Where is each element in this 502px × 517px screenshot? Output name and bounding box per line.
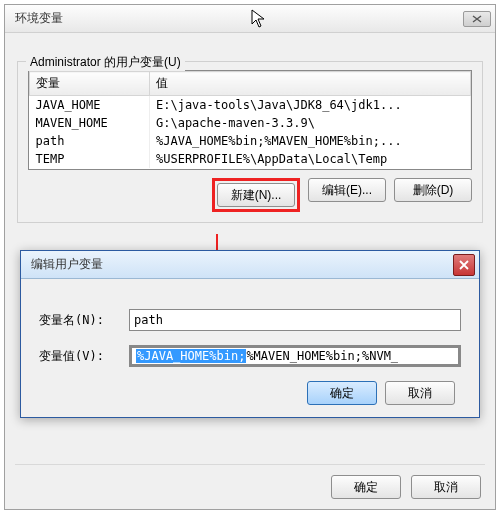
var-value-rest: %MAVEN_HOME%bin;%NVM_ (246, 349, 398, 363)
var-value-row: 变量值(V): %JAVA_HOME%bin;%MAVEN_HOME%bin;%… (39, 345, 461, 367)
table-row[interactable]: TEMP%USERPROFILE%\AppData\Local\Temp (30, 150, 471, 168)
main-title: 环境变量 (15, 10, 63, 27)
var-value-selected: %JAVA_HOME%bin; (136, 349, 246, 363)
col-header-var[interactable]: 变量 (30, 72, 150, 96)
close-x-icon (472, 15, 482, 23)
user-vars-group: Administrator 的用户变量(U) 变量 值 JAVA_HOMEE:\… (17, 61, 483, 223)
new-button[interactable]: 新建(N)... (217, 183, 295, 207)
edit-var-dialog: 编辑用户变量 变量名(N): path 变量值(V): %JAVA_HOME%b… (20, 250, 480, 418)
main-ok-button[interactable]: 确定 (331, 475, 401, 499)
main-cancel-button[interactable]: 取消 (411, 475, 481, 499)
edit-dialog-titlebar: 编辑用户变量 (21, 251, 479, 279)
table-row[interactable]: JAVA_HOMEE:\java-tools\Java\JDK8_64\jdk1… (30, 96, 471, 115)
highlight-new-button: 新建(N)... (212, 178, 300, 212)
edit-button[interactable]: 编辑(E)... (308, 178, 386, 202)
var-value-input[interactable]: %JAVA_HOME%bin;%MAVEN_HOME%bin;%NVM_ (129, 345, 461, 367)
user-vars-table[interactable]: 变量 值 JAVA_HOMEE:\java-tools\Java\JDK8_64… (28, 70, 472, 170)
table-row[interactable]: MAVEN_HOMEG:\apache-maven-3.3.9\ (30, 114, 471, 132)
edit-dialog-body: 变量名(N): path 变量值(V): %JAVA_HOME%bin;%MAV… (21, 279, 479, 417)
main-close-button[interactable] (463, 11, 491, 27)
delete-button[interactable]: 删除(D) (394, 178, 472, 202)
edit-dialog-title: 编辑用户变量 (31, 256, 103, 273)
var-name-row: 变量名(N): path (39, 309, 461, 331)
var-value-label: 变量值(V): (39, 348, 129, 365)
user-vars-group-title: Administrator 的用户变量(U) (26, 54, 185, 71)
close-x-icon (459, 260, 469, 270)
table-row[interactable]: path%JAVA_HOME%bin;%MAVEN_HOME%bin;... (30, 132, 471, 150)
edit-dialog-close-button[interactable] (453, 254, 475, 276)
var-name-input[interactable]: path (129, 309, 461, 331)
separator (15, 464, 485, 465)
main-titlebar: 环境变量 (5, 5, 495, 33)
col-header-val[interactable]: 值 (150, 72, 471, 96)
user-vars-button-row: 新建(N)... 编辑(E)... 删除(D) (28, 178, 472, 212)
edit-ok-button[interactable]: 确定 (307, 381, 377, 405)
edit-dialog-buttons: 确定 取消 (39, 381, 461, 405)
edit-cancel-button[interactable]: 取消 (385, 381, 455, 405)
var-name-label: 变量名(N): (39, 312, 129, 329)
main-bottom-buttons: 确定 取消 (331, 475, 481, 499)
